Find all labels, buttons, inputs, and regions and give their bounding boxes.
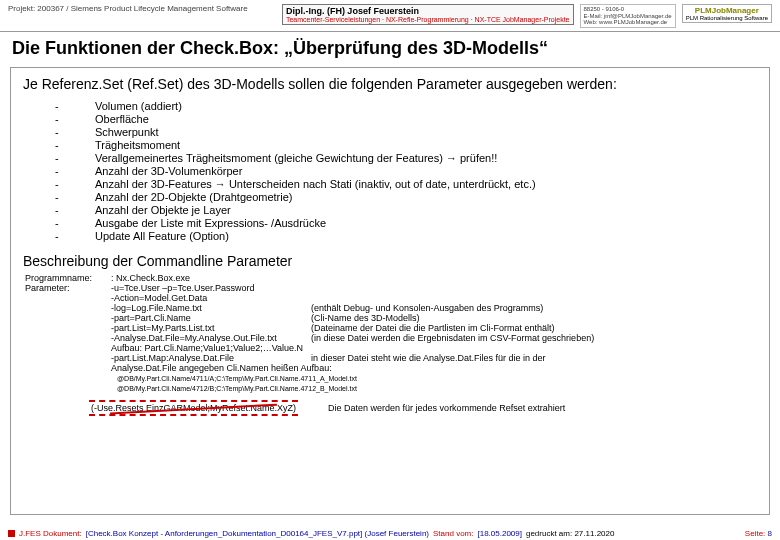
parameter-text: Anzahl der Objekte je Layer [95, 204, 231, 216]
strike-zone: (-Use.Resets EinzGARModel;MyRefset.Name.… [19, 400, 761, 416]
parameter-text: Verallgemeinertes Trägheitsmoment (gleic… [95, 152, 497, 164]
footer-file: [Check.Box Konzept - Anforderungen_Dokum… [86, 529, 429, 538]
label-parameter: Parameter: [25, 283, 111, 293]
parameter-row: -Volumen (addiert) [55, 100, 761, 112]
parameter-text: Update All Feature (Option) [95, 230, 229, 242]
bullet: - [55, 152, 95, 164]
value-programname: : Nx.Check.Box.exe [111, 273, 190, 283]
struck-parameter: (-Use.Resets EinzGARModel;MyRefset.Name.… [89, 400, 298, 416]
parameter-row: -Update All Feature (Option) [55, 230, 761, 242]
slide-title: Die Funktionen der Check.Box: „Überprüfu… [0, 32, 780, 67]
cmd-arg: -part=Part.Cli.Name [111, 313, 311, 323]
bullet: - [55, 204, 95, 216]
cmd-desc [311, 283, 761, 293]
bullet: - [55, 217, 95, 229]
project-label: Projekt: 200367 / Siemens Product Lifecy… [8, 4, 248, 13]
intro-text: Je Referenz.Set (Ref.Set) des 3D-Modells… [19, 74, 761, 100]
footer-stand-label: Stand vom: [433, 529, 473, 538]
page-label: Seite: [745, 529, 765, 538]
parameter-text: Oberfläche [95, 113, 149, 125]
parameter-row: -Trägheitsmoment [55, 139, 761, 151]
label-programname: Programmname: [25, 273, 111, 283]
parameter-row: -Anzahl der 3D-Features → Unterscheiden … [55, 178, 761, 190]
commandline-block: Programmname: : Nx.Check.Box.exe Paramet… [19, 273, 761, 394]
tiny-line-2: @DB/My.Part.Cli.Name/4712/B;C:\Temp\My.P… [25, 385, 761, 393]
cmd-desc: (Dateiname der Datei die die Partlisten … [311, 323, 761, 333]
slide-footer: J.FES Dokument: [Check.Box Konzept - Anf… [8, 529, 772, 538]
cmd-line: -Analyse.Dat.File=My.Analyse.Out.File.tx… [25, 333, 761, 343]
logo-box: PLMJobManager PLM Rationalisierung Softw… [682, 4, 772, 23]
map-arg: -part.List.Map:Analyse.Dat.File [111, 353, 311, 363]
parameter-row: -Schwerpunkt [55, 126, 761, 138]
parameter-text: Volumen (addiert) [95, 100, 182, 112]
bullet: - [55, 230, 95, 242]
bullet: - [55, 100, 95, 112]
parameter-text: Anzahl der 3D-Volumenkörper [95, 165, 242, 177]
parameter-text: Anzahl der 3D-Features → Unterscheiden n… [95, 178, 536, 190]
cmd-desc: (Cli-Name des 3D-Modells) [311, 313, 761, 323]
brand-box: Dipl.-Ing. (FH) Josef Feuerstein Teamcen… [282, 4, 574, 25]
footer-page: Seite: 8 [745, 529, 772, 538]
cmd-arg: -Action=Model.Get.Data [111, 293, 311, 303]
brand-services: Teamcenter-Serviceleistungen · NX-Refle-… [286, 16, 570, 23]
parameter-row: -Oberfläche [55, 113, 761, 125]
map-desc2: Analyse.Dat.File angegeben Cli.Namen hei… [111, 363, 332, 373]
cmd-desc: (enthält Debug- und Konsolen-Ausgaben de… [311, 303, 761, 313]
bullet: - [55, 165, 95, 177]
footer-printed: gedruckt am: 27.11.2020 [526, 529, 615, 538]
slide-header: Projekt: 200367 / Siemens Product Lifecy… [0, 0, 780, 32]
cmd-desc: (in diese Datei werden die Ergebnisdaten… [311, 333, 761, 343]
contact-phone: 88250 - 9106-0 [584, 6, 672, 13]
cmd-arg: -part.List=My.Parts.List.txt [111, 323, 311, 333]
map-desc: in dieser Datei steht wie die Analyse.Da… [311, 353, 761, 363]
parameter-row: -Ausgabe der Liste mit Expressions- /Aus… [55, 217, 761, 229]
parameter-text: Schwerpunkt [95, 126, 159, 138]
strike-note: Die Daten werden für jedes vorkommende R… [328, 403, 565, 413]
cmd-line: -log=Log.File.Name.txt(enthält Debug- un… [25, 303, 761, 313]
page-number: 8 [768, 529, 772, 538]
content-box: Je Referenz.Set (Ref.Set) des 3D-Modells… [10, 67, 770, 515]
parameter-text: Trägheitsmoment [95, 139, 180, 151]
bullet: - [55, 126, 95, 138]
contact-email: E-Mail: jmf@PLMJobManager.de [584, 13, 672, 20]
header-right: Dipl.-Ing. (FH) Josef Feuerstein Teamcen… [282, 4, 772, 28]
contact-web: Web: www.PLMJobManager.de [584, 19, 672, 26]
cmd-arg: -log=Log.File.Name.txt [111, 303, 311, 313]
cmd-line: -Action=Model.Get.Data [25, 293, 761, 303]
parameter-row: -Anzahl der 2D-Objekte (Drahtgeometrie) [55, 191, 761, 203]
parameter-list: -Volumen (addiert)-Oberfläche-Schwerpunk… [19, 100, 761, 242]
parameter-row: -Anzahl der 3D-Volumenkörper [55, 165, 761, 177]
logo-subtitle: PLM Rationalisierung Software [686, 15, 768, 21]
bullet: - [55, 178, 95, 190]
bullet: - [55, 191, 95, 203]
footer-bullet-icon [8, 530, 15, 537]
footer-doc-label: J.FES Dokument: [19, 529, 82, 538]
parameter-row: -Anzahl der Objekte je Layer [55, 204, 761, 216]
footer-stand-value: [18.05.2009] [477, 529, 521, 538]
logo-title: PLMJobManager [686, 6, 768, 15]
commandline-heading: Beschreibung der Commandline Parameter [19, 243, 761, 273]
contact-box: 88250 - 9106-0 E-Mail: jmf@PLMJobManager… [580, 4, 676, 28]
bullet: - [55, 113, 95, 125]
brand-name: Dipl.-Ing. (FH) Josef Feuerstein [286, 6, 570, 16]
cmd-arg: -u=Tce.User –p=Tce.User.Password [111, 283, 311, 293]
cmd-line: -part.List=My.Parts.List.txt(Dateiname d… [25, 323, 761, 333]
cmd-arg: -Analyse.Dat.File=My.Analyse.Out.File.tx… [111, 333, 311, 343]
tiny-line-1: @DB/My.Part.Cli.Name/4711/A;C:\Temp\My.P… [25, 375, 761, 383]
cmd-line: -part=Part.Cli.Name(Cli-Name des 3D-Mode… [25, 313, 761, 323]
parameter-text: Ausgabe der Liste mit Expressions- /Ausd… [95, 217, 326, 229]
aufbau-line: Aufbau: Part.Cli.Name;Value1;Value2;…Val… [111, 343, 303, 353]
parameter-text: Anzahl der 2D-Objekte (Drahtgeometrie) [95, 191, 292, 203]
cmd-desc [311, 293, 761, 303]
bullet: - [55, 139, 95, 151]
parameter-row: -Verallgemeinertes Trägheitsmoment (glei… [55, 152, 761, 164]
